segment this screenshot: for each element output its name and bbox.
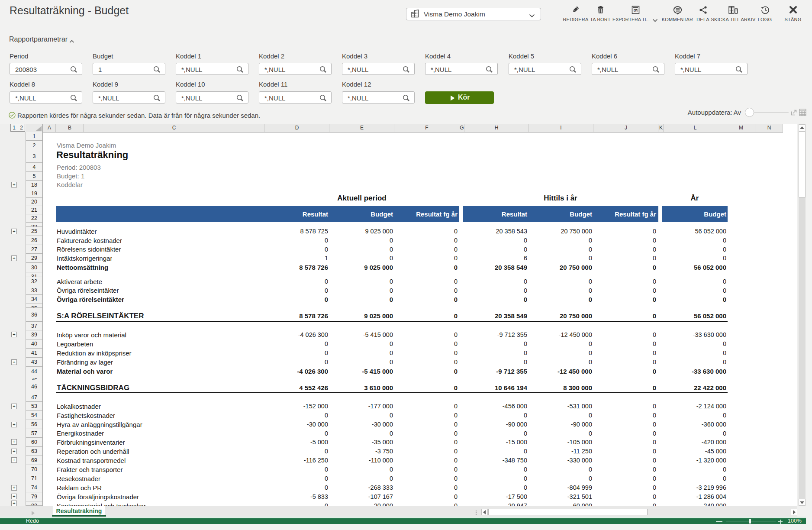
svg-text:Xs: Xs [634,9,637,12]
